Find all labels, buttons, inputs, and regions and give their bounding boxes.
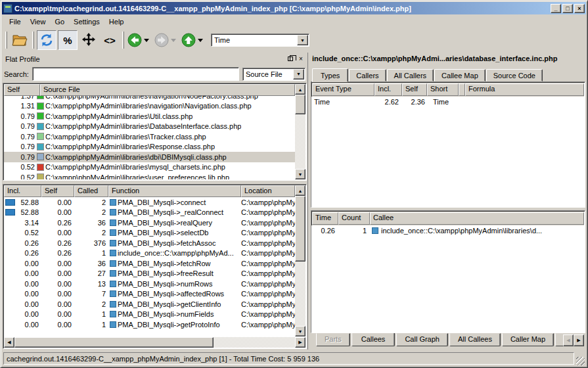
source-file-row[interactable]: 0.52 C:\xampp\phpMyAdmin\libraries\mysql…	[4, 162, 295, 173]
menu-item[interactable]: File	[5, 16, 26, 27]
scrollbar-thumb[interactable]	[295, 95, 305, 114]
bottom-tab[interactable]: Machine	[555, 333, 563, 346]
scrollbar-thumb[interactable]	[14, 337, 214, 348]
detail-tab[interactable]: Callee Map	[434, 69, 486, 81]
function-row[interactable]: 0.26 0.26 1 include_once::C:\xampp\phpMy…	[4, 248, 295, 259]
up-dropdown-icon[interactable]	[198, 39, 203, 42]
column-header-incl[interactable]: Incl.	[4, 185, 41, 197]
function-row[interactable]: 0.26 0.26 376 PMA_DBI_Mysqli->fetchAssoc…	[4, 238, 295, 248]
detail-tab[interactable]: Callers	[349, 69, 386, 81]
shorten-templates-button[interactable]: <>	[100, 30, 120, 50]
column-header-called[interactable]: Called	[74, 185, 108, 197]
column-header-function[interactable]: Function	[108, 185, 241, 197]
column-header-event-type[interactable]: Event Type	[312, 83, 374, 96]
source-file-row[interactable]: 1.37 C:\xampp\phpMyAdmin\libraries\navig…	[4, 96, 295, 101]
column-header-location[interactable]: Location	[241, 185, 295, 197]
bottom-tab[interactable]: Caller Map	[502, 333, 554, 346]
minimize-button[interactable]: _	[551, 4, 561, 13]
menu-item[interactable]: View	[26, 16, 51, 27]
bottom-tab[interactable]: Parts	[316, 333, 350, 346]
function-row[interactable]: 0.00 0.00 27 PMA_DBI_Mysqli->freeResult …	[4, 269, 295, 279]
source-file-row[interactable]: 0.79 C:\xampp\phpMyAdmin\libraries\Track…	[4, 131, 295, 142]
scrollbar-thumb[interactable]	[295, 196, 305, 262]
forward-dropdown-icon[interactable]	[171, 39, 176, 42]
open-file-button[interactable]	[10, 30, 30, 50]
column-header-time[interactable]: Time	[312, 212, 338, 225]
column-header-count[interactable]: Count	[338, 212, 370, 225]
column-header-self[interactable]: Self	[41, 185, 74, 197]
relative-cost-button[interactable]	[79, 30, 99, 50]
source-file-row[interactable]: 0.79 C:\xampp\phpMyAdmin\libraries\Datab…	[4, 122, 295, 132]
scroll-up-icon[interactable]: ▲	[295, 185, 305, 196]
combo-dropdown-icon[interactable]: ▼	[297, 35, 308, 45]
up-button[interactable]	[181, 33, 196, 47]
function-table-hscrollbar[interactable]: ◀ ▶	[4, 337, 305, 348]
incl-cell: 0.00	[4, 280, 41, 288]
function-row[interactable]: 52.88 0.00 2 PMA_DBI_Mysqli->connect C:\…	[4, 197, 295, 208]
scroll-down-icon[interactable]: ▼	[295, 169, 305, 179]
function-table-scrollbar[interactable]: ▲ ▼	[295, 185, 305, 336]
scroll-down-icon[interactable]: ▼	[295, 326, 305, 336]
forward-button[interactable]	[154, 33, 169, 47]
menu-item[interactable]: Settings	[69, 16, 104, 27]
function-row[interactable]: 52.88 0.00 2 PMA_DBI_Mysqli->_realConnec…	[4, 208, 295, 218]
bottom-tab[interactable]: All Callees	[449, 333, 501, 346]
detail-tab[interactable]: Source Code	[486, 69, 543, 81]
column-header-self[interactable]: Self	[4, 84, 40, 96]
percent-toggle-button[interactable]: %	[58, 30, 78, 50]
source-file-row[interactable]: 1.31 C:\xampp\phpMyAdmin\libraries\navig…	[4, 101, 295, 112]
file-list-scrollbar[interactable]: ▲ ▼	[295, 84, 305, 179]
function-row[interactable]: 0.00 0.00 36 PMA_DBI_Mysqli->fetchRow C:…	[4, 258, 295, 269]
function-row[interactable]: 0.00 0.00 13 PMA_DBI_Mysqli->numRows C:\…	[4, 279, 295, 289]
column-header-source-file[interactable]: Source File	[40, 84, 295, 96]
detail-tab[interactable]: Types	[312, 68, 348, 82]
column-header-self[interactable]: Self	[402, 83, 427, 96]
search-input[interactable]	[33, 68, 238, 80]
menu-item[interactable]: Go	[50, 16, 69, 27]
resize-grip[interactable]	[576, 357, 585, 365]
column-header-formula[interactable]: Formula	[465, 83, 584, 96]
function-row[interactable]: 0.52 0.00 2 PMA_DBI_Mysqli->selectDb C:\…	[4, 228, 295, 239]
combo-dropdown-icon[interactable]: ▼	[293, 69, 304, 80]
reload-button[interactable]	[37, 30, 57, 50]
close-button[interactable]: ×	[574, 4, 585, 13]
maximize-button[interactable]: □	[562, 4, 573, 13]
function-row[interactable]: 0.00 0.00 1 PMA_DBI_Mysqli->numFields C:…	[4, 310, 295, 320]
grouping-combobox[interactable]: Source File ▼	[242, 68, 305, 81]
scroll-left-icon[interactable]: ◀	[4, 337, 14, 348]
tab-scroll-left-icon[interactable]: ◀	[563, 334, 574, 346]
function-row[interactable]: 0.00 0.00 1 PMA_DBI_Mysqli->getProtoInfo…	[4, 319, 295, 330]
tab-scroll-right-icon[interactable]: ▶	[574, 334, 584, 346]
incl-value: 0.52	[15, 229, 41, 237]
scrollbar-track[interactable]	[295, 262, 305, 326]
back-button[interactable]	[127, 33, 142, 47]
event-type-combobox[interactable]: Time ▼	[211, 34, 309, 47]
dock-title-bar[interactable]: Flat Profile ×	[3, 53, 307, 65]
scrollbar-track[interactable]	[214, 337, 295, 348]
title-bar[interactable]: C:\xampp\tmp\cachegrind.out.1416463299-C…	[2, 2, 586, 14]
column-header-short[interactable]: Short	[427, 83, 459, 96]
callee-row[interactable]: 0.26 1 include_once::C:\xampp\phpMyAdmin…	[311, 225, 585, 236]
function-row[interactable]: 0.00 0.00 2 PMA_DBI_Mysqli->getClientInf…	[4, 299, 295, 310]
toolbar-handle[interactable]	[5, 32, 7, 49]
source-file-row[interactable]: 0.79 C:\xampp\phpMyAdmin\libraries\Util.…	[4, 111, 295, 122]
bottom-tab[interactable]: Callees	[351, 333, 396, 346]
bottom-tab[interactable]: Call Graph	[396, 333, 448, 346]
dock-float-button[interactable]	[286, 55, 295, 63]
column-header-incl[interactable]: Incl.	[374, 83, 402, 96]
incl-value: 0.26	[15, 239, 41, 247]
detail-tab[interactable]: All Callers	[387, 69, 434, 81]
source-file-row[interactable]: 0.79 C:\xampp\phpMyAdmin\libraries\Respo…	[4, 142, 295, 152]
function-row[interactable]: 3.14 0.26 36 PMA_DBI_Mysqli->realQuery C…	[4, 218, 295, 228]
back-dropdown-icon[interactable]	[144, 39, 149, 42]
scrollbar-track[interactable]	[295, 114, 305, 169]
source-file-row[interactable]: 0.79 C:\xampp\phpMyAdmin\libraries\dbi\D…	[4, 152, 295, 162]
source-file-row[interactable]: 0.52 C:\xampp\phpMyAdmin\libraries\user_…	[4, 172, 295, 179]
scroll-up-icon[interactable]: ▲	[295, 84, 305, 95]
dock-close-button[interactable]: ×	[296, 55, 305, 63]
function-row[interactable]: 0.00 0.00 7 PMA_DBI_Mysqli->affectedRows…	[4, 289, 295, 300]
menu-item[interactable]: Help	[104, 16, 129, 27]
event-type-row[interactable]: Time 2.62 2.36 Time	[311, 97, 585, 107]
scroll-right-icon[interactable]: ▶	[295, 337, 305, 348]
column-header-callee[interactable]: Callee	[370, 212, 584, 225]
